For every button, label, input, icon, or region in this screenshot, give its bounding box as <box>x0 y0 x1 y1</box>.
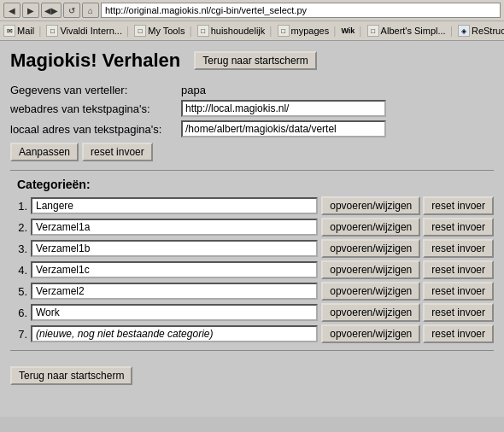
sep3: │ <box>188 26 193 36</box>
edit-btn-2[interactable]: opvoeren/wijzigen <box>321 218 420 236</box>
reset-btn-5[interactable]: reset invoer <box>423 282 494 301</box>
bookmark-restructured[interactable]: ◈ ReStructured ... <box>458 25 504 37</box>
cat-actions-2: opvoeren/wijzigen reset invoer <box>321 218 494 236</box>
bookmark-label-vivaldi[interactable]: Vivaldi Intern... <box>60 26 122 36</box>
bookmark-vivaldi[interactable]: □ Vivaldi Intern... <box>46 25 122 37</box>
bookmark-wik[interactable]: Wik <box>341 26 355 35</box>
nav-reload-stop[interactable]: ◀▶ <box>41 3 62 18</box>
page-title: Magiokis! Verhalen <box>10 50 180 72</box>
table-row: 6. Work opvoeren/wijzigen reset invoer <box>10 303 494 322</box>
bookmark-label-huis[interactable]: huishoudelijk <box>211 26 266 36</box>
bookmark-icon-huis: □ <box>197 25 209 37</box>
nav-home[interactable]: ⌂ <box>82 3 99 18</box>
edit-btn-7[interactable]: opvoeren/wijzigen <box>321 324 420 343</box>
local-label: locaal adres van tekstpagina's: <box>10 123 181 136</box>
nav-reload[interactable]: ↺ <box>63 3 80 18</box>
bookmark-label-mypages[interactable]: mypages <box>291 26 330 36</box>
bookmark-icon-mytools: □ <box>134 25 146 37</box>
bookmark-icon-restructured: ◈ <box>458 25 470 37</box>
bookmark-icon-alberts: □ <box>367 25 379 37</box>
cat-number-7: 7. <box>10 328 27 341</box>
cat-name-5: Verzamel2 <box>31 283 318 300</box>
table-row: 3. Verzamel1b opvoeren/wijzigen reset in… <box>10 239 494 258</box>
cat-name-7: (nieuwe, nog niet bestaande categorie) <box>31 325 318 342</box>
reset-btn-3[interactable]: reset invoer <box>423 239 494 258</box>
reset-btn-4[interactable]: reset invoer <box>423 260 494 279</box>
cat-actions-6: opvoeren/wijzigen reset invoer <box>321 303 494 322</box>
divider-2 <box>10 350 494 351</box>
sep5: │ <box>332 26 337 36</box>
cat-actions-4: opvoeren/wijzigen reset invoer <box>321 260 494 279</box>
adjust-button[interactable]: Aanpassen <box>10 143 79 161</box>
bookmark-alberts[interactable]: □ Albert's Simpl... <box>367 25 446 37</box>
bookmark-label-wik[interactable]: Wik <box>341 26 355 35</box>
cat-actions-5: opvoeren/wijzigen reset invoer <box>321 282 494 301</box>
nav-back[interactable]: ◀ <box>3 3 21 18</box>
reset-btn-7[interactable]: reset invoer <box>423 324 494 343</box>
sep2: │ <box>126 26 131 36</box>
nav-forward[interactable]: ▶ <box>22 3 39 18</box>
bookmark-mail[interactable]: ✉ Mail <box>3 25 34 37</box>
page-header: Magiokis! Verhalen Terug naar startscher… <box>10 50 494 72</box>
local-input[interactable] <box>181 120 386 137</box>
category-list: 1. Langere opvoeren/wijzigen reset invoe… <box>10 196 494 343</box>
cat-actions-1: opvoeren/wijzigen reset invoer <box>321 196 494 215</box>
bookmark-icon-mypages: □ <box>278 25 290 37</box>
table-row: 4. Verzamel1c opvoeren/wijzigen reset in… <box>10 260 494 279</box>
web-row: webadres van tekstpagina's: <box>10 100 494 117</box>
table-row: 2. Verzamel1a opvoeren/wijzigen reset in… <box>10 218 494 236</box>
browser-chrome: ◀ ▶ ◀▶ ↺ ⌂ ✉ Mail │ □ Vivaldi Intern... … <box>0 0 504 41</box>
sep4: │ <box>268 26 273 36</box>
cat-number-1: 1. <box>10 200 27 213</box>
reset-btn-2[interactable]: reset invoer <box>423 218 494 236</box>
bookmark-label-alberts[interactable]: Albert's Simpl... <box>381 26 446 36</box>
back-to-start-bottom[interactable]: Terug naar startscherm <box>10 366 132 385</box>
sep6: │ <box>358 26 363 36</box>
storyteller-label: Gegevens van verteller: <box>10 84 181 96</box>
bookmark-label-restructured[interactable]: ReStructured ... <box>472 26 504 36</box>
edit-btn-6[interactable]: opvoeren/wijzigen <box>321 303 420 322</box>
cat-name-6: Work <box>31 304 318 321</box>
cat-number-6: 6. <box>10 306 27 319</box>
back-to-start-top[interactable]: Terug naar startscherm <box>194 51 316 70</box>
cat-name-2: Verzamel1a <box>31 219 318 236</box>
bookmark-label-mail[interactable]: Mail <box>17 26 34 36</box>
bookmarks-bar: ✉ Mail │ □ Vivaldi Intern... │ □ My Tool… <box>0 21 504 40</box>
bookmark-icon-mail: ✉ <box>3 25 15 37</box>
web-input[interactable] <box>181 100 386 117</box>
edit-btn-4[interactable]: opvoeren/wijzigen <box>321 260 420 279</box>
info-section: Gegevens van verteller: papa webadres va… <box>10 84 494 161</box>
cat-actions-3: opvoeren/wijzigen reset invoer <box>321 239 494 258</box>
bookmark-label-mytools[interactable]: My Tools <box>148 26 185 36</box>
info-btn-row: Aanpassen reset invoer <box>10 143 494 161</box>
edit-btn-5[interactable]: opvoeren/wijzigen <box>321 282 420 301</box>
address-bar[interactable] <box>101 3 501 18</box>
info-reset-button[interactable]: reset invoer <box>82 143 153 161</box>
edit-btn-1[interactable]: opvoeren/wijzigen <box>321 196 420 215</box>
divider-1 <box>10 170 494 171</box>
cat-name-4: Verzamel1c <box>31 261 318 278</box>
cat-number-3: 3. <box>10 242 27 255</box>
cat-actions-7: opvoeren/wijzigen reset invoer <box>321 324 494 343</box>
storyteller-value: papa <box>181 84 206 96</box>
sep7: │ <box>449 26 454 36</box>
bookmark-mypages[interactable]: □ mypages <box>278 25 330 37</box>
cat-number-2: 2. <box>10 221 27 234</box>
sep1: │ <box>38 26 43 36</box>
cat-name-3: Verzamel1b <box>31 240 318 257</box>
page-content: Magiokis! Verhalen Terug naar startscher… <box>0 41 504 417</box>
edit-btn-3[interactable]: opvoeren/wijzigen <box>321 239 420 258</box>
bookmark-mytools[interactable]: □ My Tools <box>134 25 185 37</box>
bookmark-huishoudelijk[interactable]: □ huishoudelijk <box>197 25 266 37</box>
reset-btn-6[interactable]: reset invoer <box>423 303 494 322</box>
table-row: 5. Verzamel2 opvoeren/wijzigen reset inv… <box>10 282 494 301</box>
storyteller-row: Gegevens van verteller: papa <box>10 84 494 96</box>
cat-number-5: 5. <box>10 285 27 298</box>
web-label: webadres van tekstpagina's: <box>10 102 181 115</box>
bottom-section: Terug naar startscherm <box>10 361 494 385</box>
bookmark-icon-vivaldi: □ <box>46 25 58 37</box>
table-row: 1. Langere opvoeren/wijzigen reset invoe… <box>10 196 494 215</box>
toolbar-row: ◀ ▶ ◀▶ ↺ ⌂ <box>0 0 504 21</box>
reset-btn-1[interactable]: reset invoer <box>423 196 494 215</box>
table-row: 7. (nieuwe, nog niet bestaande categorie… <box>10 324 494 343</box>
